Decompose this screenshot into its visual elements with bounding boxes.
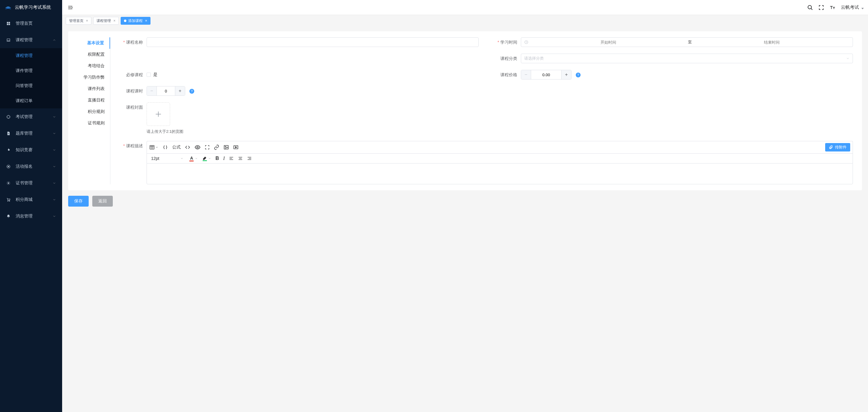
align-right-icon[interactable] — [247, 156, 252, 161]
chevron-down-icon — [846, 57, 849, 60]
highlight-icon[interactable] — [202, 156, 211, 161]
chevron-down-icon — [53, 148, 56, 152]
sidebar-item-home[interactable]: 管理首页 — [0, 15, 62, 32]
chevron-up-icon — [53, 38, 56, 42]
svg-rect-8 — [9, 24, 10, 25]
font-size-select[interactable]: 12pt — [149, 156, 185, 162]
increase-button[interactable]: + — [175, 87, 185, 96]
course-name-input[interactable] — [147, 37, 478, 47]
form-card: 基本设置 权限配置 考培结合 学习防作弊 课件列表 直播日程 积分规则 证书规则… — [68, 31, 862, 190]
form-nav-courseware-list[interactable]: 课件列表 — [74, 83, 110, 95]
source-code-icon[interactable] — [185, 144, 190, 150]
sidebar-subitem-courseware[interactable]: 课件管理 — [0, 63, 62, 78]
help-icon[interactable]: ? — [189, 89, 194, 94]
cover-uploader[interactable] — [147, 102, 170, 126]
align-center-icon[interactable] — [238, 156, 243, 161]
fullscreen-icon[interactable] — [818, 5, 824, 10]
decrease-button[interactable]: − — [147, 87, 157, 96]
form-nav-permission[interactable]: 权限配置 — [74, 49, 110, 60]
price-input[interactable] — [531, 70, 562, 79]
user-dropdown[interactable]: 云帆考试 — [841, 4, 864, 10]
form-nav-anti-cheat[interactable]: 学习防作弊 — [74, 72, 110, 83]
sidebar-submenu-course: 课程管理 课件管理 问答管理 课程订单 — [0, 48, 62, 108]
field-lessons: 课程课时 − + ? — [116, 86, 478, 96]
sidebar-subitem-qa[interactable]: 问答管理 — [0, 78, 62, 93]
save-button[interactable]: 保存 — [68, 196, 89, 207]
svg-point-35 — [225, 146, 226, 147]
header: 云帆学习考试系统 云帆考试 — [0, 0, 868, 15]
form-nav-cert-rule[interactable]: 证书规则 — [74, 117, 110, 129]
form-nav-live-schedule[interactable]: 直播日程 — [74, 95, 110, 106]
category-select[interactable]: 请选择分类 — [521, 54, 853, 63]
editor-body[interactable] — [147, 163, 853, 184]
lessons-stepper: − + — [147, 86, 185, 96]
sidebar-subitem-course-mgmt[interactable]: 课程管理 — [0, 48, 62, 63]
decrease-button[interactable]: − — [521, 70, 531, 79]
sidebar-item-activity[interactable]: 活动报名 — [0, 158, 62, 175]
fire-icon — [6, 148, 11, 152]
chevron-down-icon — [53, 165, 56, 168]
chevron-down-icon — [53, 115, 56, 119]
range-separator: 至 — [686, 39, 694, 45]
tab-add-course[interactable]: 添加课程× — [121, 17, 151, 25]
study-time-range[interactable]: 至 — [521, 37, 853, 47]
align-left-icon[interactable] — [229, 156, 234, 161]
tab-course-mgmt[interactable]: 课程管理× — [93, 17, 119, 25]
header-tools: 云帆考试 — [62, 4, 868, 11]
tabs-bar: 管理首页× 课程管理× 添加课程× — [62, 15, 868, 25]
paperclip-icon — [829, 145, 833, 149]
fullscreen-editor-icon[interactable] — [205, 145, 210, 150]
tab-home[interactable]: 管理首页× — [66, 17, 91, 25]
sidebar-item-exam[interactable]: 考试管理 — [0, 108, 62, 125]
plus-icon — [154, 110, 162, 118]
sidebar-item-competition[interactable]: 知识竞赛 — [0, 142, 62, 158]
field-price: 课程价格 − + ? — [491, 70, 853, 79]
back-button[interactable]: 返回 — [92, 196, 113, 207]
font-size-icon[interactable] — [829, 4, 835, 10]
sidebar-item-certificate[interactable]: 证书管理 — [0, 175, 62, 191]
video-icon[interactable] — [233, 144, 239, 150]
start-time-input[interactable] — [530, 40, 686, 44]
link-icon[interactable] — [214, 144, 219, 150]
lessons-input[interactable] — [157, 87, 175, 96]
upload-hint: 请上传大于2:1的宽图 — [147, 129, 853, 134]
chevron-down-icon — [53, 198, 56, 202]
code-block-icon[interactable] — [162, 144, 168, 150]
sidebar-item-points-mall[interactable]: 积分商城 — [0, 191, 62, 208]
search-icon[interactable] — [807, 4, 813, 10]
increase-button[interactable]: + — [562, 70, 571, 79]
attach-button[interactable]: 传附件 — [825, 143, 850, 151]
editor-toolbar-1: 公式 传附件 — [147, 141, 853, 153]
svg-rect-5 — [7, 22, 8, 23]
grid-icon — [6, 22, 11, 26]
sidebar-item-course[interactable]: 课程管理 — [0, 32, 62, 48]
help-icon[interactable]: ? — [576, 73, 581, 77]
sidebar-item-message[interactable]: 消息管理 — [0, 208, 62, 225]
bold-icon[interactable]: B — [215, 156, 219, 161]
field-category: 课程分类 请选择分类 — [491, 54, 853, 63]
close-icon[interactable]: × — [114, 19, 116, 23]
clock-icon — [524, 40, 528, 44]
preview-icon[interactable] — [194, 144, 200, 150]
sidebar-subitem-orders[interactable]: 课程订单 — [0, 93, 62, 108]
formula-button[interactable]: 公式 — [172, 144, 181, 150]
form-nav-exam-train[interactable]: 考培结合 — [74, 60, 110, 72]
close-icon[interactable]: × — [86, 19, 88, 23]
image-icon[interactable] — [223, 144, 229, 150]
svg-line-22 — [9, 184, 10, 184]
close-icon[interactable]: × — [145, 19, 147, 23]
form-nav-points-rule[interactable]: 积分规则 — [74, 106, 110, 117]
mandatory-checkbox[interactable] — [147, 73, 151, 77]
end-time-input[interactable] — [694, 40, 849, 44]
form-nav-basic[interactable]: 基本设置 — [74, 37, 110, 49]
table-icon[interactable] — [149, 144, 158, 150]
field-empty-left — [116, 54, 478, 63]
footer-buttons: 保存 返回 — [68, 196, 862, 207]
sidebar-item-question-bank[interactable]: 题库管理 — [0, 125, 62, 142]
sidebar-item-label: 证书管理 — [16, 180, 53, 186]
italic-icon[interactable]: I — [223, 156, 225, 161]
laptop-icon — [6, 38, 11, 42]
collapse-sidebar-button[interactable] — [66, 4, 74, 11]
text-color-icon[interactable]: A — [189, 156, 198, 162]
content: 基本设置 权限配置 考培结合 学习防作弊 课件列表 直播日程 积分规则 证书规则… — [62, 25, 868, 412]
